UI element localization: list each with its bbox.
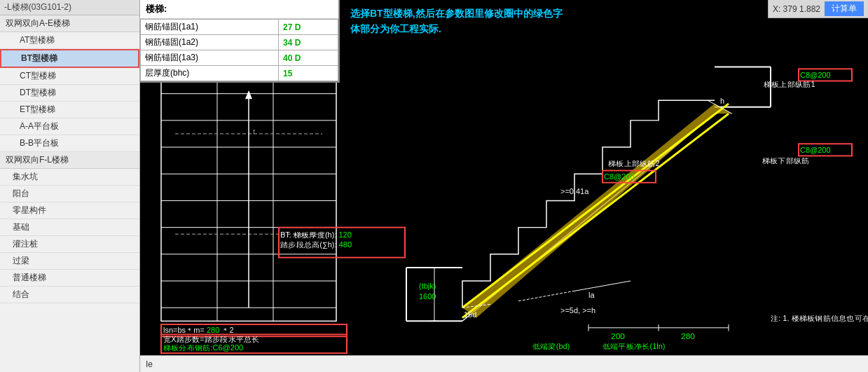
sidebar-item-ct[interactable]: CT型楼梯 [0, 68, 139, 85]
sidebar-item-shuikeng[interactable]: 集水坑 [0, 169, 139, 186]
svg-text:↑: ↑ [252, 127, 256, 135]
info-panel: 楼梯: 钢筋锚固(1a1) 27 D 钢筋锚固(1a2) 34 D 钢筋锚固(1… [140, 0, 340, 83]
coord-bar: X: 379 1.882 计算单 [768, 0, 868, 18]
svg-text:C8@200: C8@200 [604, 172, 635, 181]
calc-button[interactable]: 计算单 [825, 1, 864, 16]
param-val-4: 15 [279, 66, 338, 81]
info-panel-title: 楼梯: [140, 0, 338, 19]
svg-text:h: h [720, 97, 724, 105]
svg-text:踏步段总高(∑h):
        480: 踏步段总高(∑h): 480 [280, 241, 352, 250]
sidebar-item-at[interactable]: AT型楼梯 [0, 32, 139, 49]
bottom-bar-text: Ie [146, 359, 153, 369]
param-name-1: 钢筋锚固(1a1) [141, 20, 279, 35]
main-area: X: 379 1.882 计算单 楼梯: 钢筋锚固(1a1) 27 D 钢筋锚固… [140, 0, 868, 372]
svg-text:低端平板净长(1ln): 低端平板净长(1ln) [602, 343, 666, 351]
svg-text:宽X踏步数=踏步段水平总长: 宽X踏步数=踏步段水平总长 [163, 335, 260, 343]
sidebar-item-putong[interactable]: 普通楼梯 [0, 270, 139, 287]
svg-text:BT. 梯板厚度(h):
        120: BT. 梯板厚度(h): 120 [280, 230, 352, 239]
sidebar-item-aa[interactable]: A-A平台板 [0, 118, 139, 135]
svg-text:低端梁(bd): 低端梁(bd) [532, 343, 570, 351]
svg-text:C8@200: C8@200 [800, 71, 831, 79]
sidebar: -L楼梯(03G101-2) 双网双向A-E楼梯 AT型楼梯 BT型楼梯 CT型… [0, 0, 140, 372]
param-val-2: 34 D [279, 35, 338, 50]
svg-text:15d: 15d [464, 310, 476, 319]
svg-text:梯板分布钢筋:C6@200: 梯板分布钢筋:C6@200 [163, 344, 243, 352]
svg-text:200: 200 [611, 331, 625, 340]
svg-text:注: 1. 楼梯板钢筋信息也可在: 注: 1. 楼梯板钢筋信息也可在 [771, 315, 868, 323]
coord-text: X: 379 1.882 [773, 4, 820, 14]
param-val-3: 40 D [279, 50, 338, 66]
cad-canvas: 楼梯: 钢筋锚固(1a1) 27 D 钢筋锚固(1a2) 34 D 钢筋锚固(1… [140, 0, 868, 355]
sidebar-item-bt[interactable]: BT型楼梯 [0, 49, 139, 68]
table-row: 钢筋锚固(1a2) 34 D [141, 35, 338, 50]
sidebar-item-zhuzi[interactable]: 灌注桩 [0, 236, 139, 253]
instruction-text: 选择BT型楼梯,然后在参数图里修改圈中的绿色字 体部分为你工程实际. [350, 6, 563, 37]
sidebar-item-yangtai[interactable]: 阳台 [0, 186, 139, 202]
sidebar-title: -L楼梯(03G101-2) [0, 0, 139, 15]
param-name-2: 钢筋锚固(1a2) [141, 35, 279, 50]
svg-text:(tbjk): (tbjk) [419, 282, 436, 291]
svg-text:280: 280 [681, 331, 695, 340]
param-name-3: 钢筋锚固(1a3) [141, 50, 279, 66]
svg-text:1600: 1600 [419, 292, 436, 301]
table-row: 钢筋锚固(1a3) 40 D [141, 50, 338, 66]
sidebar-item-jieou[interactable]: 结合 [0, 287, 139, 303]
bottom-bar: Ie [140, 355, 868, 372]
svg-text:梯板下部纵筋: 梯板下部纵筋 [762, 156, 810, 165]
sidebar-group-ae: 双网双向A-E楼梯 [0, 15, 139, 32]
svg-text:>=0.41a: >=0.41a [560, 187, 588, 195]
param-val-1: 27 D [279, 20, 338, 35]
svg-text:la: la [588, 291, 595, 299]
svg-text:>=5d, >=h: >=5d, >=h [560, 306, 595, 315]
svg-text:梯板上部纵筋2: 梯板上部纵筋2 [607, 159, 660, 167]
svg-text:lsn=bs＊m=
        280
        : lsn=bs＊m= 280 ＊2 [163, 326, 234, 335]
sidebar-item-et[interactable]: ET型楼梯 [0, 102, 139, 118]
sidebar-group-fl: 双网双向F-L楼梯 [0, 152, 139, 169]
sidebar-item-guoliang[interactable]: 过梁 [0, 253, 139, 270]
sidebar-item-jichu[interactable]: 基础 [0, 219, 139, 236]
table-row: 钢筋锚固(1a1) 27 D [141, 20, 338, 35]
sidebar-item-lingjing[interactable]: 零星构件 [0, 202, 139, 219]
param-name-4: 层厚度(bhc) [141, 66, 279, 81]
svg-text:C8@200: C8@200 [800, 146, 831, 154]
sidebar-item-bb[interactable]: B-B平台板 [0, 135, 139, 152]
table-row: 层厚度(bhc) 15 [141, 66, 338, 81]
svg-text:梯板上部纵筋1: 梯板上部纵筋1 [763, 80, 815, 88]
info-table: 钢筋锚固(1a1) 27 D 钢筋锚固(1a2) 34 D 钢筋锚固(1a3) … [140, 19, 338, 81]
sidebar-item-dt[interactable]: DT型楼梯 [0, 85, 139, 102]
